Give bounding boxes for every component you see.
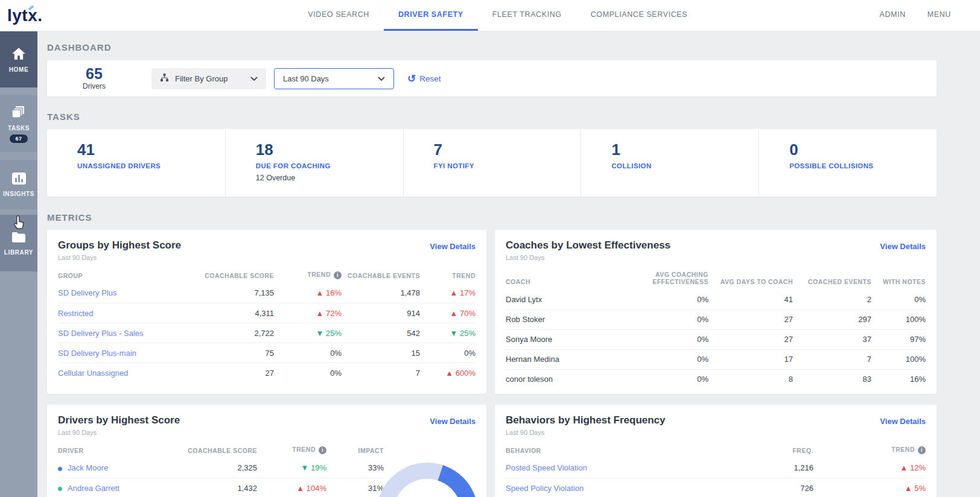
nav-admin[interactable]: ADMIN [869,0,917,31]
page-title: DASHBOARD [47,42,937,52]
cell-value: 297 [793,309,871,329]
nav-fleet-tracking[interactable]: FLEET TRACKING [478,0,576,31]
nav-video-search[interactable]: VIDEO SEARCH [293,0,384,31]
task-value: 1 [611,142,752,158]
table-row: SD Delivery Plus7,135▲ 16%1,478▲ 17% [58,283,476,303]
table-cell: ▼ 19% [257,458,326,478]
column-header-label: COACH [506,278,530,285]
cell-value: 0% [608,349,708,369]
driver-count-label: Drivers [75,82,113,90]
row-link[interactable]: Restricted [58,309,94,318]
sidebar-item-tasks[interactable]: TASKS 67 [0,95,37,152]
insights-icon [11,172,27,186]
sidebar-item-label: HOME [9,66,28,73]
reset-label: Reset [419,74,441,83]
logo-container: lytx. [0,0,127,31]
row-link[interactable]: SD Delivery Plus - Sales [58,329,144,338]
cell-value: 2,325 [173,458,257,478]
cell-value: 0% [608,309,708,329]
date-range-value: Last 90 Days [283,74,329,83]
cell-value: 914 [342,303,420,323]
table-cell: Posted Speed Violation [506,458,705,478]
trend-value: ▲ 600% [445,369,476,378]
column-header-label: AVG COACHING EFFECTIVENESS [652,271,708,285]
column-header-label: COACHABLE EVENTS [348,272,420,279]
task-possible-collisions[interactable]: 0 POSSIBLE COLLISIONS [759,129,937,197]
column-header: TRENDi [274,268,342,283]
column-header-label: FREQ. [792,447,813,454]
trend-value: ▲ 72% [316,309,342,318]
row-link[interactable]: Andrea Garrett [68,484,119,493]
column-header: COACHABLE SCORE [183,268,274,283]
table-row: Rob Stoker0%27297100% [506,309,926,329]
row-link[interactable]: SD Delivery Plus [58,288,117,297]
sidebar-item-home[interactable]: HOME [0,31,37,87]
date-range-dropdown[interactable]: Last 90 Days [274,68,394,89]
column-header-label: BEHAVIOR [506,447,541,454]
column-header: TRENDi [257,443,326,458]
home-icon [11,46,27,62]
cell-value: 17 [708,349,793,369]
filter-by-group-value: Filter By Group [175,74,228,83]
table-cell: Jack Moore [58,458,173,478]
cell-value: conor toleson [506,369,608,389]
cell-value: 100% [871,349,926,369]
table-row: Posted Speed Violation1,216▲ 12% [506,458,926,478]
trend-value: ▼ 25% [316,329,342,338]
task-value: 7 [434,142,575,158]
view-details-link[interactable]: View Details [430,417,476,426]
row-link[interactable]: Jack Moore [68,463,108,472]
cell-value: 8 [708,369,793,389]
cell-value: David Lytx [506,290,608,309]
view-details-link[interactable]: View Details [430,242,476,251]
cell-value: 542 [342,323,420,343]
lytx-logo: lytx. [7,6,43,25]
view-details-link[interactable]: View Details [880,417,926,426]
cell-value: 0% [608,290,708,309]
task-unassigned-drivers[interactable]: 41 UNASSIGNED DRIVERS [47,129,225,197]
sidebar-item-label: LIBRARY [4,249,33,256]
groups-by-highest-score-card: Groups by Highest Score Last 90 Days Vie… [47,230,486,394]
cell-value: 27 [708,329,793,349]
drivers-donut-chart [377,463,478,497]
info-icon[interactable]: i [319,446,326,454]
filter-by-group-dropdown[interactable]: Filter By Group [151,68,266,89]
top-navigation-bar: lytx. VIDEO SEARCH DRIVER SAFETY FLEET T… [0,0,980,31]
info-icon[interactable]: i [334,271,342,279]
row-link[interactable]: Cellular Unassigned [58,369,128,378]
nav-driver-safety[interactable]: DRIVER SAFETY [384,0,478,31]
reset-button[interactable]: ↺ Reset [407,74,441,84]
tasks-count-badge: 67 [10,135,27,143]
cell-value: 726 [705,478,813,497]
table-row: conor toleson0%88316% [506,369,926,389]
sidebar-item-insights[interactable]: INSIGHTS [0,160,37,209]
cursor-icon [12,215,27,233]
row-link[interactable]: Speed Policy Violation [506,484,584,493]
view-details-link[interactable]: View Details [880,242,926,251]
column-header: COACHABLE EVENTS [342,268,420,283]
coaches-by-lowest-effectiveness-card: Coaches by Lowest Effectiveness Last 90 … [495,230,937,394]
table-cell: Speed Policy Violation [506,478,705,497]
trend-value: ▲ 5% [905,484,926,493]
task-fyi-notify[interactable]: 7 FYI NOTIFY [403,129,581,197]
task-label: FYI NOTIFY [434,162,575,169]
cell-value: 2,722 [183,323,274,343]
left-sidebar: HOME TASKS 67 INSIGHTS LIBRARY [0,31,37,497]
task-due-for-coaching[interactable]: 18 DUE FOR COACHING 12 Overdue [225,129,403,197]
info-icon[interactable]: i [918,446,926,454]
filter-bar: 65 Drivers Filter By Group Last 90 Days [47,60,937,97]
cell-value: 27 [708,309,793,329]
table-cell: ▲ 72% [274,303,342,323]
nav-menu[interactable]: MENU [917,0,962,31]
task-collision[interactable]: 1 COLLISION [581,129,759,197]
row-link[interactable]: SD Delivery Plus-main [58,349,136,358]
trend-value: ▼ 25% [450,329,476,338]
behaviors-table: BEHAVIORFREQ.TRENDiPosted Speed Violatio… [506,443,926,497]
cell-value: Sonya Moore [506,329,608,349]
metrics-grid: Groups by Highest Score Last 90 Days Vie… [47,230,937,497]
drivers-table: DRIVERCOACHABLE SCORETRENDiIMPACTJack Mo… [58,443,384,497]
column-header: COACHABLE SCORE [173,443,257,458]
secondary-nav: ADMIN MENU [869,0,962,31]
nav-compliance-services[interactable]: COMPLIANCE SERVICES [576,0,702,31]
row-link[interactable]: Posted Speed Violation [506,463,587,472]
